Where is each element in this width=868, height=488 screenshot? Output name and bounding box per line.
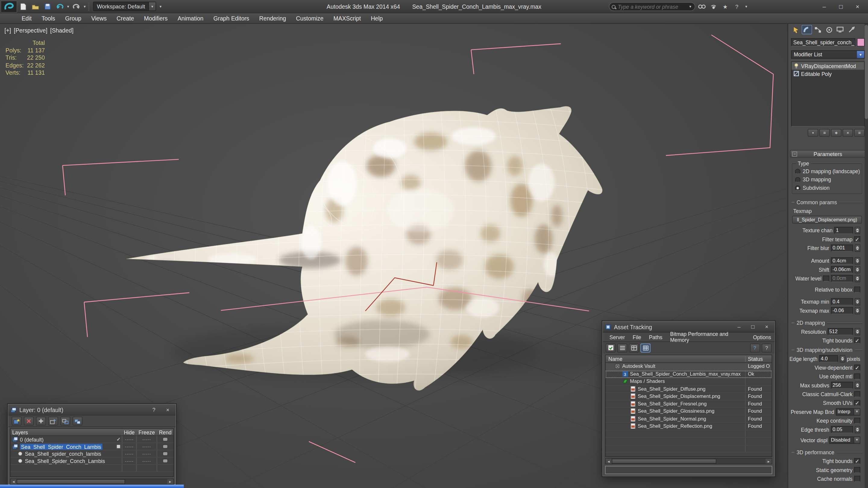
filter-blur-field[interactable]: 0.001	[831, 244, 853, 252]
filter-texmap-checkbox[interactable]	[854, 236, 860, 242]
tab-create-icon[interactable]	[790, 25, 801, 34]
modifier-stack-item[interactable]: VRayDisplacementMod	[792, 62, 864, 70]
tab-motion-icon[interactable]	[824, 25, 834, 34]
new-layer-icon[interactable]	[12, 417, 22, 425]
edge-length-spinner[interactable]	[840, 355, 845, 362]
shift-spinner[interactable]	[855, 266, 860, 273]
cache-normals-checkbox[interactable]	[854, 476, 860, 482]
use-object-mtl-checkbox[interactable]	[854, 373, 860, 379]
menu-graph-editors[interactable]: Graph Editors	[208, 13, 254, 24]
delete-layer-icon[interactable]	[24, 417, 34, 425]
menu-server[interactable]: Server	[606, 334, 628, 340]
tab-display-icon[interactable]	[835, 25, 845, 34]
minimize-button[interactable]: –	[816, 1, 832, 12]
amount-field[interactable]: 0.4cm	[831, 257, 853, 264]
table-row[interactable]: Sea_Shell_Spider_Normal.png Found	[606, 415, 772, 423]
texmap-min-spinner[interactable]	[855, 298, 860, 305]
parameters-rollout-header[interactable]: − Parameters	[790, 150, 865, 158]
detail-view-icon[interactable]	[629, 344, 639, 352]
search-input[interactable]	[615, 4, 688, 10]
render-icon[interactable]	[162, 436, 168, 442]
table-row[interactable]: Sea_Shell_Spider_Diffuse.png Found	[606, 385, 772, 393]
menu-bitmap-performance[interactable]: Bitmap Performance and Memory	[667, 331, 749, 343]
scroll-right-icon[interactable]: ►	[167, 479, 173, 484]
current-layer-check[interactable]: ✓	[117, 436, 121, 442]
tight-bounds-3d-checkbox[interactable]	[854, 458, 860, 464]
new-file-icon[interactable]	[18, 1, 29, 11]
menu-edit[interactable]: Edit	[17, 13, 36, 24]
object-row[interactable]: Sea_Shell_Spider_Conch_Lambis ----- ----…	[10, 458, 173, 465]
favorites-star-icon[interactable]: ★	[721, 2, 730, 11]
make-unique-button[interactable]: ∗	[831, 129, 841, 137]
viewport-menu-general[interactable]: [+]	[4, 27, 11, 34]
layer-row[interactable]: Sea_Shell_Spider_Conch_Lambis ----- ----…	[10, 443, 173, 450]
table-row[interactable]: Autodesk Vault Logged O	[606, 363, 772, 370]
radio-3d-mapping[interactable]	[795, 177, 801, 182]
shift-field[interactable]: -0.06cm	[831, 266, 853, 273]
radio-2d-mapping[interactable]	[795, 168, 801, 174]
column-name[interactable]: Name	[606, 356, 745, 362]
filter-blur-spinner[interactable]	[855, 244, 860, 252]
menu-customize[interactable]: Customize	[291, 13, 329, 24]
texmap-min-field[interactable]: 0.4	[831, 298, 853, 305]
layer-table-header[interactable]: Layers Hide Freeze Rend	[10, 429, 173, 436]
layer-horizontal-scrollbar[interactable]: ◄ ►	[10, 479, 174, 485]
scroll-left-icon[interactable]: ◄	[606, 459, 612, 464]
texmap-max-field[interactable]: -0.06	[831, 307, 853, 314]
table-row[interactable]: Sea_Shell_Spider_Displacement.png Found	[606, 393, 772, 400]
workspace-selector[interactable]: Workspace: Default ▾	[93, 2, 156, 11]
current-layer-toggle[interactable]	[116, 444, 121, 449]
object-row[interactable]: Sea_Shell_spider_conch_lambis ----- ----…	[10, 450, 173, 458]
table-row[interactable]: Sea_Shell_Spider_Fresnel.png Found	[606, 400, 772, 408]
layer-properties-icon[interactable]	[73, 417, 83, 425]
select-layer-objects-icon[interactable]	[48, 417, 58, 425]
menu-create[interactable]: Create	[112, 13, 139, 24]
menu-maxscript[interactable]: MAXScript	[329, 13, 366, 24]
infocenter-search[interactable]: ▾	[609, 2, 695, 11]
preserve-map-bnd-dropdown[interactable]: Interp▾	[836, 408, 860, 415]
asset-table-header[interactable]: Name Status	[606, 355, 772, 363]
help-icon[interactable]: ?	[733, 2, 741, 11]
smooth-uvs-checkbox[interactable]	[854, 400, 860, 406]
viewport-menu-shading[interactable]: [Shaded]	[50, 27, 73, 34]
menu-modifiers[interactable]: Modifiers	[139, 13, 173, 24]
edge-thresh-spinner[interactable]	[855, 426, 860, 433]
menu-tools[interactable]: Tools	[36, 13, 60, 24]
time-slider-fragment[interactable]	[0, 485, 184, 488]
menu-paths[interactable]: Paths	[646, 334, 666, 340]
highlight-layer-icon[interactable]	[60, 417, 70, 425]
undo-dropdown-caret[interactable]: ▾	[66, 4, 70, 9]
modifier-list-dropdown[interactable]: Modifier List ▾	[791, 50, 865, 59]
app-titlebar[interactable]: ▾ ▾ Workspace: Default ▾ ▾ Autodesk 3ds …	[0, 0, 868, 13]
keep-continuity-checkbox[interactable]	[854, 418, 860, 424]
menu-animation[interactable]: Animation	[173, 13, 209, 24]
object-color-swatch[interactable]	[857, 38, 865, 47]
communication-center-icon[interactable]	[709, 2, 718, 11]
object-name-field[interactable]: Sea_Shell_spider_conch_lamb	[791, 38, 855, 47]
classic-catmull-clark-checkbox[interactable]	[854, 391, 860, 397]
render-icon[interactable]	[162, 451, 168, 456]
remove-modifier-button[interactable]: ×	[843, 129, 853, 137]
close-button[interactable]: ×	[849, 1, 866, 12]
resolution-field[interactable]: 512	[828, 328, 853, 335]
water-level-checkbox[interactable]	[823, 275, 829, 281]
table-row[interactable]: Sea_Shell_Spider_Glossiness.png Found	[606, 408, 772, 415]
toolbar-overflow-caret[interactable]: ▾	[158, 4, 163, 9]
water-level-spinner[interactable]	[855, 275, 860, 282]
static-geometry-checkbox[interactable]	[854, 466, 860, 473]
texmap-button[interactable]: ll_Spider_Displacement.png)	[792, 216, 862, 224]
menu-group[interactable]: Group	[60, 13, 86, 24]
asset-minimize-button[interactable]: –	[734, 322, 745, 331]
layer-manager-titlebar[interactable]: Layer: 0 (default) ? ×	[8, 404, 176, 416]
redo-icon[interactable]	[71, 1, 82, 11]
scroll-right-icon[interactable]: ►	[766, 459, 772, 464]
layer-close-button[interactable]: ×	[162, 405, 173, 414]
table-view-icon[interactable]	[641, 344, 650, 352]
asset-horizontal-scrollbar[interactable]: ◄ ►	[605, 458, 772, 464]
pin-stack-button[interactable]: ▪	[808, 129, 818, 137]
column-status[interactable]: Status	[745, 356, 772, 362]
add-to-layer-icon[interactable]	[36, 417, 46, 425]
relative-bbox-checkbox[interactable]	[854, 287, 860, 293]
maximize-button[interactable]: □	[832, 1, 849, 12]
menu-file[interactable]: File	[629, 334, 644, 340]
